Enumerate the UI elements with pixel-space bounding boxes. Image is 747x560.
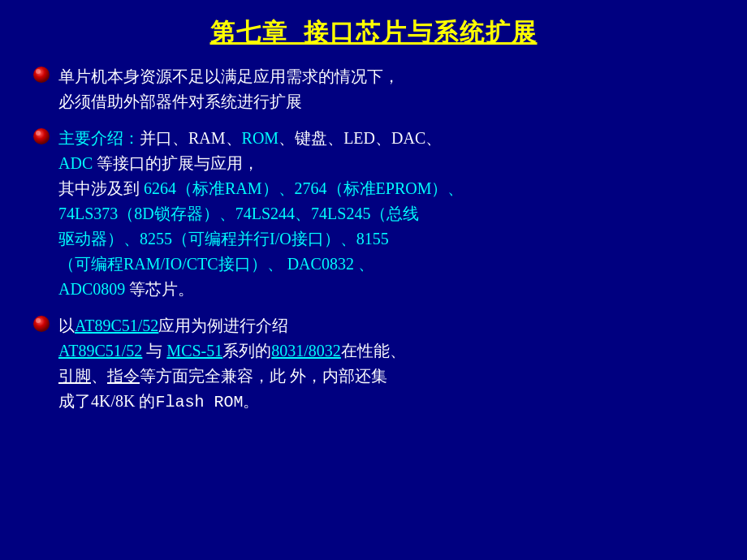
svg-point-1 [36,69,41,74]
svg-point-4 [33,316,50,332]
svg-point-2 [33,128,50,144]
bullet-icon-1 [32,66,50,84]
bullet-icon-2 [32,127,50,145]
page-title: 第七章 接口芯片与系统扩展 [32,16,715,50]
bullet-icon-3 [32,315,50,333]
bullet-section-1: 单片机本身资源不足以满足应用需求的情况下， 必须借助外部器件对系统进行扩展 [32,64,715,114]
svg-point-5 [36,318,41,323]
bullet-section-3: 以AT89C51/52应用为例进行介绍 AT89C51/52 与 MCS-51系… [32,313,715,415]
svg-point-0 [33,67,50,83]
bullet-2-text: 主要介绍：并口、RAM、ROM、键盘、LED、DAC、 ADC 等接口的扩展与应… [58,126,464,302]
bullet-section-2: 主要介绍：并口、RAM、ROM、键盘、LED、DAC、 ADC 等接口的扩展与应… [32,126,715,302]
bullet-1-text: 单片机本身资源不足以满足应用需求的情况下， 必须借助外部器件对系统进行扩展 [58,64,399,114]
main-page: 第七章 接口芯片与系统扩展 单片机本身资源不足以满足应用需求的情况下， 必须借助… [0,0,747,560]
bullet-3-text: 以AT89C51/52应用为例进行介绍 AT89C51/52 与 MCS-51系… [58,313,406,415]
svg-point-3 [36,131,41,136]
